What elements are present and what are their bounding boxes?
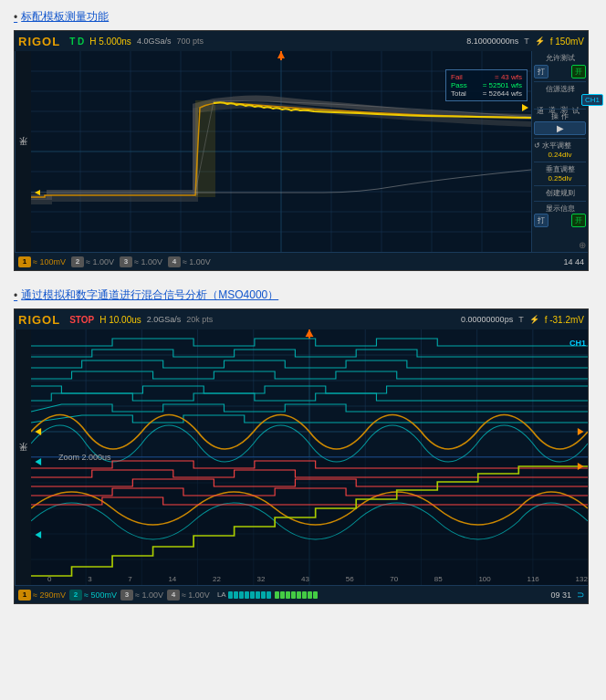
section1-link[interactable]: • 标配模板测量功能	[14, 9, 592, 25]
panel-cursor-icon: ⊕	[534, 240, 586, 250]
osc2-la-section: LA	[217, 590, 318, 599]
osc1-t-icon: T	[524, 37, 529, 46]
panel-info-btn-da[interactable]: 打	[534, 214, 549, 227]
osc2-ylabel: 水平	[15, 329, 31, 585]
osc1-h-param: H 5.000ns	[89, 37, 131, 47]
osc1-ch3-box[interactable]: 3	[120, 256, 132, 267]
osc1-volt-scale: f 150mV	[550, 37, 584, 47]
la-ch-9	[280, 591, 285, 599]
la-ch-7	[266, 591, 271, 599]
osc1-ch3-scale: ≈ 1.00V	[134, 257, 162, 266]
panel-h-val: 0.24dIv	[534, 151, 586, 159]
panel-label-allow: 允许测试	[534, 53, 586, 63]
rigol-logo-1: RIGOL	[18, 35, 60, 48]
total-val: = 52644 wfs	[483, 89, 522, 98]
osc1-topbar: RIGOL T D H 5.000ns 4.0GSa/s 700 pts 8.1…	[15, 31, 588, 51]
la-ch-13	[302, 591, 307, 599]
measure-fail-row: Fail = 43 wfs	[451, 73, 522, 81]
panel-source-section: 信源选择 通 道 测 试 CH1	[534, 81, 586, 106]
panel-info-section: 显示信息 打 开	[534, 201, 586, 227]
section2: • 通过模拟和数字通道进行混合信号分析（MSO4000） RIGOL STOP …	[14, 287, 592, 604]
la-ch-8	[275, 591, 279, 599]
osc2-ch4-scale: ≈ 1.00V	[182, 590, 210, 600]
panel-rule-label[interactable]: 创建规则	[534, 188, 586, 198]
la-ch-2	[239, 591, 244, 599]
osc1-mem-depth: 700 pts	[176, 37, 204, 46]
x-label-7: 56	[346, 575, 354, 583]
oscilloscope-1: RIGOL T D H 5.000ns 4.0GSa/s 700 pts 8.1…	[14, 30, 589, 271]
osc1-ch1-box[interactable]: 1	[18, 256, 31, 267]
osc1-screen: Fail = 43 wfs Pass = 52501 wfs Total = 5…	[31, 51, 531, 252]
measure-total-row: Total = 52644 wfs	[451, 89, 522, 98]
x-label-9: 85	[434, 575, 443, 583]
x-label-10: 100	[478, 575, 490, 583]
panel-h-label: 水平调整	[542, 141, 571, 151]
la-ch-10	[286, 591, 290, 599]
osc1-measure-popup: Fail = 43 wfs Pass = 52501 wfs Total = 5…	[445, 69, 528, 101]
osc2-la-label: LA	[217, 590, 226, 599]
panel-allow-btns: 打 开	[534, 65, 586, 78]
section1: • 标配模板测量功能 RIGOL T D H 5.000ns 4.0GSa/s …	[14, 9, 592, 271]
panel-h-icon: ↺	[534, 141, 540, 150]
osc2-ch4-box[interactable]: 4	[167, 590, 180, 601]
osc1-ylabel: 水平	[15, 51, 31, 252]
osc2-time: 09 31	[550, 590, 571, 600]
x-label-1: 3	[88, 575, 91, 583]
osc1-sample-rate: 4.0GSa/s	[137, 37, 172, 46]
osc1-ch1-indicator: 1 ≈ 100mV	[18, 256, 66, 267]
osc2-usb-icon: ⊃	[577, 590, 584, 600]
osc2-lightning: ⚡	[529, 315, 539, 324]
osc1-trigger-time: 8.10000000ns	[466, 37, 518, 46]
panel-btn-kai[interactable]: 开	[571, 65, 586, 78]
osc2-sample-rate: 2.0GSa/s	[147, 315, 182, 324]
measure-pass-row: Pass = 52501 wfs	[451, 81, 522, 89]
panel-rule-section: 创建规则	[534, 185, 586, 198]
panel-v-section: 垂直调整 0.25dIv	[534, 162, 586, 183]
osc1-ch2-box[interactable]: 2	[71, 256, 84, 267]
panel-source-label: 信源选择	[534, 84, 586, 94]
panel-op-section: 操 作 ▶	[534, 109, 586, 135]
osc1-trigger-area: 8.10000000ns T ⚡ f 150mV	[466, 37, 584, 47]
osc2-ch1-indicator: 1 ≈ 290mV	[18, 590, 66, 601]
la-ch-14	[308, 591, 312, 599]
osc1-bottombar: 1 ≈ 100mV 2 ≈ 1.00V 3 ≈ 1.00V 4 ≈ 1.00V …	[15, 252, 588, 270]
osc2-status: STOP	[69, 315, 94, 325]
x-label-4: 22	[213, 575, 221, 583]
panel-v-label: 垂直调整	[534, 164, 586, 174]
panel-v-val: 0.25dIv	[534, 174, 586, 183]
osc2-t-icon: T	[518, 315, 524, 324]
la-ch-0	[228, 591, 233, 599]
panel-btn-da[interactable]: 打	[534, 65, 549, 78]
panel-h-section: ↺ 水平调整 0.24dIv	[534, 138, 586, 159]
osc2-grid	[31, 329, 588, 585]
panel-info-btn-kai[interactable]: 开	[571, 214, 586, 227]
svg-marker-21	[277, 51, 285, 58]
osc2-ch2-box[interactable]: 2	[69, 590, 82, 601]
osc2-trigger-time: 0.00000000ps	[461, 315, 513, 324]
la-ch-11	[291, 591, 296, 599]
osc2-x-axis: 0 3 7 14 22 32 43 56 70 85 100 116 132	[47, 575, 588, 583]
x-label-3: 14	[168, 575, 176, 583]
osc2-ch3-scale: ≈ 1.00V	[135, 590, 163, 600]
osc2-ch1-label: CH1	[569, 339, 586, 348]
osc2-topbar: RIGOL STOP H 10.00us 2.0GSa/s 20k pts 0.…	[15, 309, 588, 329]
osc2-ch3-indicator: 3 ≈ 1.00V	[120, 590, 163, 601]
osc2-ch4-indicator: 4 ≈ 1.00V	[167, 590, 210, 601]
total-label: Total	[451, 89, 466, 98]
rigol-logo-2: RIGOL	[18, 313, 60, 327]
osc1-ch4-box[interactable]: 4	[168, 256, 181, 267]
x-label-12: 132	[575, 575, 587, 583]
panel-ch-select[interactable]: CH1	[581, 94, 603, 106]
osc2-ch1-box[interactable]: 1	[18, 590, 31, 601]
section2-link[interactable]: • 通过模拟和数字通道进行混合信号分析（MSO4000）	[14, 287, 592, 303]
panel-info-btns: 打 开	[534, 214, 586, 227]
osc1-ch3-indicator: 3 ≈ 1.00V	[120, 256, 162, 267]
osc1-status: T D	[69, 37, 84, 47]
la-ch-5	[256, 591, 260, 599]
osc2-ch3-box[interactable]: 3	[120, 590, 133, 601]
panel-play-btn[interactable]: ▶	[534, 121, 586, 135]
osc1-lightning: ⚡	[535, 37, 545, 46]
osc2-ch1-scale: ≈ 290mV	[33, 590, 66, 600]
panel-channel-labels: 通 道 测 试 CH1	[534, 94, 586, 106]
svg-marker-46	[578, 428, 584, 435]
